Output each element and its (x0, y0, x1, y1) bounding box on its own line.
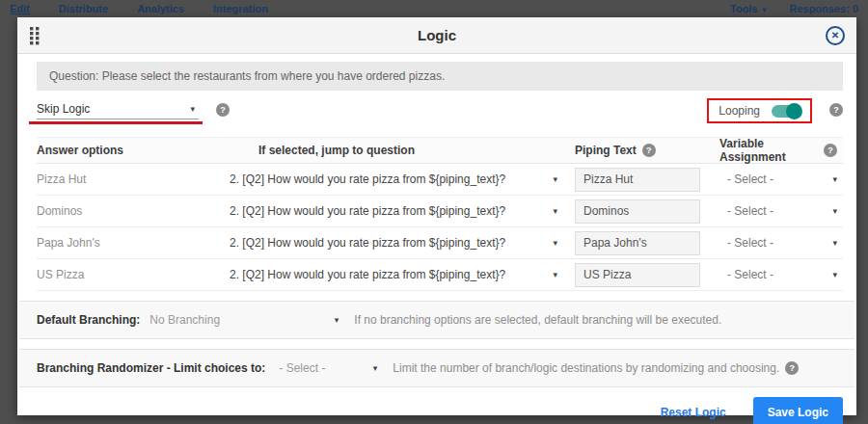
answer-option-label: US Pizza (37, 268, 215, 281)
piping-text-input[interactable] (575, 168, 700, 192)
drag-handle-icon[interactable] (29, 25, 41, 46)
chevron-down-icon: ▾ (832, 238, 837, 248)
jump-question-dropdown[interactable]: 2. [Q2] How would you rate pizza from ${… (215, 236, 557, 250)
question-bar: Question: Please select the restaurants … (37, 62, 843, 91)
default-branching-hint: If no branching options are selected, de… (354, 313, 721, 327)
header-jump-question: If selected, jump to question (215, 144, 557, 157)
save-logic-button[interactable]: Save Logic (753, 397, 843, 424)
default-branching-dropdown[interactable]: No Branching ▾ (149, 313, 339, 327)
responses-count[interactable]: Responses: 0 (789, 3, 858, 14)
top-menu-right: Tools▼ Responses: 0 (730, 3, 858, 14)
menu-analytics[interactable]: Analytics (137, 3, 184, 14)
tools-menu[interactable]: Tools▼ (730, 3, 768, 14)
logic-table: Answer options If selected, jump to ques… (37, 137, 843, 291)
looping-label: Looping (719, 104, 760, 118)
default-branching-label: Default Branching: (37, 313, 140, 327)
branching-randomizer-label: Branching Randomizer - Limit choices to: (37, 361, 265, 375)
variable-assignment-dropdown[interactable]: - Select -▾ (719, 268, 837, 281)
looping-annotation-box: Looping (707, 98, 812, 123)
red-underline-annotation (29, 121, 203, 124)
chevron-down-icon: ▾ (335, 315, 339, 325)
chevron-down-icon: ▾ (832, 174, 837, 184)
table-row: Dominos 2. [Q2] How would you rate pizza… (37, 196, 843, 227)
modal-body: Question: Please select the restaurants … (17, 54, 856, 424)
header-variable-assignment: Variable Assignment? (712, 137, 843, 164)
jump-question-dropdown[interactable]: 2. [Q2] How would you rate pizza from ${… (215, 172, 557, 186)
answer-option-label: Dominos (37, 204, 215, 218)
help-icon-randomizer[interactable]: ? (785, 361, 799, 375)
answer-option-label: Papa John's (37, 236, 215, 250)
chevron-down-icon: ▼ (761, 6, 769, 14)
default-branching-bar: Default Branching: No Branching ▾ If no … (19, 301, 854, 339)
piping-text-input[interactable] (575, 199, 700, 224)
logic-type-row: Skip Logic ▾ ? Looping ? (37, 100, 843, 129)
top-menu-bar: Edit Distribute Analytics Integration To… (0, 0, 868, 17)
modal-header: Logic ✕ (17, 17, 856, 54)
logic-type-value: Skip Logic (37, 102, 90, 116)
header-answer-options: Answer options (37, 144, 215, 157)
close-icon[interactable]: ✕ (826, 26, 845, 45)
branching-randomizer-dropdown[interactable]: - Select - ▾ (279, 361, 377, 375)
logic-modal: Logic ✕ Question: Please select the rest… (17, 17, 856, 415)
menu-edit[interactable]: Edit (10, 3, 30, 14)
help-icon-variable[interactable]: ? (824, 144, 837, 157)
top-menu-left: Edit Distribute Analytics Integration (10, 3, 268, 14)
help-icon-piping[interactable]: ? (642, 144, 656, 157)
answer-option-label: Pizza Hut (37, 172, 215, 186)
chevron-down-icon: ▾ (832, 270, 837, 279)
chevron-down-icon: ▾ (832, 206, 837, 216)
variable-assignment-dropdown[interactable]: - Select -▾ (719, 172, 837, 186)
menu-integration[interactable]: Integration (213, 3, 268, 14)
jump-question-dropdown[interactable]: 2. [Q2] How would you rate pizza from ${… (215, 204, 557, 218)
help-icon-looping[interactable]: ? (829, 103, 843, 117)
help-icon-logic-type[interactable]: ? (216, 103, 230, 117)
header-piping-text: Piping Text? (557, 144, 712, 157)
table-row: Pizza Hut 2. [Q2] How would you rate piz… (37, 164, 843, 196)
branching-randomizer-bar: Branching Randomizer - Limit choices to:… (19, 349, 854, 387)
table-header-row: Answer options If selected, jump to ques… (37, 137, 843, 164)
branching-randomizer-hint: Limit the number of branch/logic destina… (393, 361, 779, 375)
table-row: US Pizza 2. [Q2] How would you rate pizz… (37, 259, 843, 291)
menu-distribute[interactable]: Distribute (59, 3, 108, 14)
piping-text-input[interactable] (575, 231, 700, 255)
reset-logic-link[interactable]: Reset Logic (661, 406, 726, 419)
modal-footer: Reset Logic Save Logic (37, 397, 843, 424)
piping-text-input[interactable] (575, 263, 700, 287)
logic-type-wrap: Skip Logic ▾ (37, 100, 199, 124)
toggle-knob (786, 103, 802, 119)
looping-toggle[interactable] (772, 105, 800, 118)
table-row: Papa John's 2. [Q2] How would you rate p… (37, 227, 843, 259)
logic-type-dropdown[interactable]: Skip Logic ▾ (37, 100, 199, 119)
chevron-down-icon: ▾ (190, 104, 195, 114)
jump-question-dropdown[interactable]: 2. [Q2] How would you rate pizza from ${… (215, 268, 557, 281)
chevron-down-icon: ▾ (373, 363, 378, 373)
variable-assignment-dropdown[interactable]: - Select -▾ (719, 236, 837, 250)
variable-assignment-dropdown[interactable]: - Select -▾ (719, 204, 837, 218)
modal-title: Logic (17, 27, 856, 43)
